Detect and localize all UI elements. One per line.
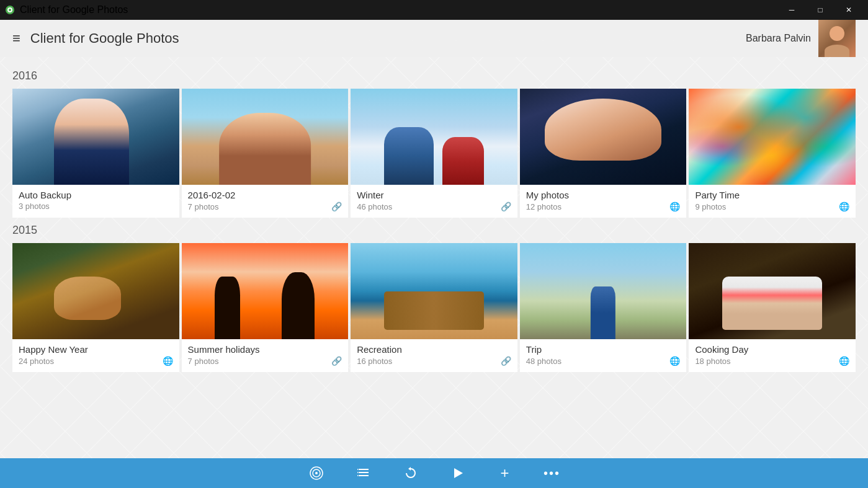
year-2016: 2016 <box>12 69 856 82</box>
link-icon: 🔗 <box>331 202 342 211</box>
album-grid-2015: Happy New Year 24 photos 🌐 Summer holida… <box>12 243 856 372</box>
album-thumb-winter <box>351 89 517 185</box>
titlebar-controls: ─ □ ✕ <box>777 0 863 20</box>
svg-rect-9 <box>357 469 358 470</box>
album-count: 18 photos <box>695 357 730 366</box>
header-left: ≡ Client for Google Photos <box>12 30 179 47</box>
album-card-cooking-day[interactable]: Cooking Day 18 photos 🌐 <box>689 243 856 372</box>
album-thumb-happy-new-year <box>12 243 179 339</box>
title-bar: Client for Google Photos ─ □ ✕ <box>0 0 868 20</box>
album-meta: 48 photos 🌐 <box>526 356 681 366</box>
content-area: 2016 Auto Backup 3 photos <box>0 57 868 391</box>
album-count: 48 photos <box>526 357 562 366</box>
album-count: 9 photos <box>695 202 726 211</box>
album-count: 7 photos <box>188 202 219 211</box>
user-avatar[interactable] <box>818 20 856 57</box>
album-meta: 24 photos 🌐 <box>19 356 173 366</box>
album-info-auto-backup: Auto Backup 3 photos <box>12 185 179 217</box>
app-toolbar: + ••• <box>0 458 868 488</box>
globe-icon: 🌐 <box>669 356 680 366</box>
album-name: My photos <box>526 190 681 200</box>
album-info-winter: Winter 46 photos 🔗 <box>351 185 517 218</box>
album-meta: 16 photos 🔗 <box>357 356 511 366</box>
album-name: Party Time <box>695 190 849 200</box>
toolbar-more-btn[interactable]: ••• <box>541 462 563 484</box>
album-meta: 7 photos 🔗 <box>188 356 342 366</box>
svg-point-5 <box>315 472 318 474</box>
album-name: Cooking Day <box>695 344 849 355</box>
album-name: Trip <box>526 344 681 355</box>
album-name: Recreation <box>357 344 511 355</box>
album-thumb-2016-02-02 <box>182 89 349 185</box>
album-info-happy-new-year: Happy New Year 24 photos 🌐 <box>12 339 179 372</box>
album-info-cooking-day: Cooking Day 18 photos 🌐 <box>689 339 856 372</box>
toolbar-add-btn[interactable]: + <box>494 462 516 484</box>
album-card-trip[interactable]: Trip 48 photos 🌐 <box>520 243 687 372</box>
hamburger-menu[interactable]: ≡ <box>12 30 20 47</box>
titlebar-title: Client for Google Photos <box>20 4 128 16</box>
album-meta: 46 photos 🔗 <box>357 202 511 211</box>
album-meta: 9 photos 🌐 <box>695 202 849 211</box>
album-thumb-trip <box>520 243 687 339</box>
link-icon: 🔗 <box>501 202 511 211</box>
album-info-2016-02-02: 2016-02-02 7 photos 🔗 <box>182 185 349 218</box>
section-2015: 2015 Happy New Year 24 photos 🌐 <box>12 224 856 372</box>
album-card-2016-02-02[interactable]: 2016-02-02 7 photos 🔗 <box>182 89 349 218</box>
header-right: Barbara Palvin <box>746 20 856 57</box>
toolbar-google-photos-btn[interactable] <box>305 462 328 484</box>
album-info-summer-holidays: Summer holidays 7 photos 🔗 <box>182 339 349 372</box>
app-header: ≡ Client for Google Photos Barbara Palvi… <box>0 20 868 57</box>
svg-marker-12 <box>408 467 411 471</box>
year-2015: 2015 <box>12 224 856 237</box>
album-name: 2016-02-02 <box>188 190 342 200</box>
titlebar-left: Client for Google Photos <box>5 4 128 16</box>
link-icon: 🔗 <box>331 356 342 366</box>
app-icon <box>5 5 15 15</box>
album-count: 3 photos <box>19 202 50 211</box>
album-count: 24 photos <box>19 357 54 366</box>
toolbar-refresh-btn[interactable] <box>400 462 422 484</box>
album-grid-2016: Auto Backup 3 photos 2016-02-02 7 pho <box>12 89 856 218</box>
album-name: Auto Backup <box>19 190 173 200</box>
toolbar-list-btn[interactable] <box>352 462 375 484</box>
close-button[interactable]: ✕ <box>834 0 863 20</box>
globe-icon: 🌐 <box>839 356 849 366</box>
album-thumb-recreation <box>351 243 517 339</box>
svg-marker-13 <box>454 468 463 478</box>
svg-rect-7 <box>359 472 369 473</box>
album-count: 46 photos <box>357 202 392 211</box>
globe-icon: 🌐 <box>163 356 173 366</box>
album-card-party-time[interactable]: Party Time 9 photos 🌐 <box>689 89 856 218</box>
user-name: Barbara Palvin <box>746 33 811 44</box>
minimize-button[interactable]: ─ <box>777 0 806 20</box>
maximize-button[interactable]: □ <box>806 0 834 20</box>
album-thumb-auto-backup <box>12 89 179 185</box>
app-title: Client for Google Photos <box>30 30 179 47</box>
album-count: 16 photos <box>357 357 392 366</box>
album-card-summer-holidays[interactable]: Summer holidays 7 photos 🔗 <box>182 243 349 372</box>
album-thumb-my-photos <box>520 89 687 185</box>
album-info-recreation: Recreation 16 photos 🔗 <box>351 339 517 372</box>
album-card-auto-backup[interactable]: Auto Backup 3 photos <box>12 89 179 218</box>
album-card-my-photos[interactable]: My photos 12 photos 🌐 <box>520 89 687 218</box>
album-info-party-time: Party Time 9 photos 🌐 <box>689 185 856 218</box>
svg-rect-8 <box>359 475 369 476</box>
app-container: ≡ Client for Google Photos Barbara Palvi… <box>0 20 868 458</box>
album-name: Summer holidays <box>188 344 342 355</box>
album-meta: 12 photos 🌐 <box>526 202 681 211</box>
toolbar-play-btn[interactable] <box>447 462 469 484</box>
globe-icon: 🌐 <box>839 202 849 211</box>
album-count: 7 photos <box>188 357 219 366</box>
album-card-recreation[interactable]: Recreation 16 photos 🔗 <box>351 243 517 372</box>
globe-icon: 🌐 <box>669 202 680 211</box>
svg-rect-6 <box>359 469 369 470</box>
album-count: 12 photos <box>526 202 562 211</box>
album-meta: 18 photos 🌐 <box>695 356 849 366</box>
album-card-happy-new-year[interactable]: Happy New Year 24 photos 🌐 <box>12 243 179 372</box>
link-icon: 🔗 <box>501 356 511 366</box>
album-thumb-cooking-day <box>689 243 856 339</box>
album-meta: 7 photos 🔗 <box>188 202 342 211</box>
svg-rect-10 <box>357 472 358 473</box>
section-2016: 2016 Auto Backup 3 photos <box>12 69 856 218</box>
album-card-winter[interactable]: Winter 46 photos 🔗 <box>351 89 517 218</box>
